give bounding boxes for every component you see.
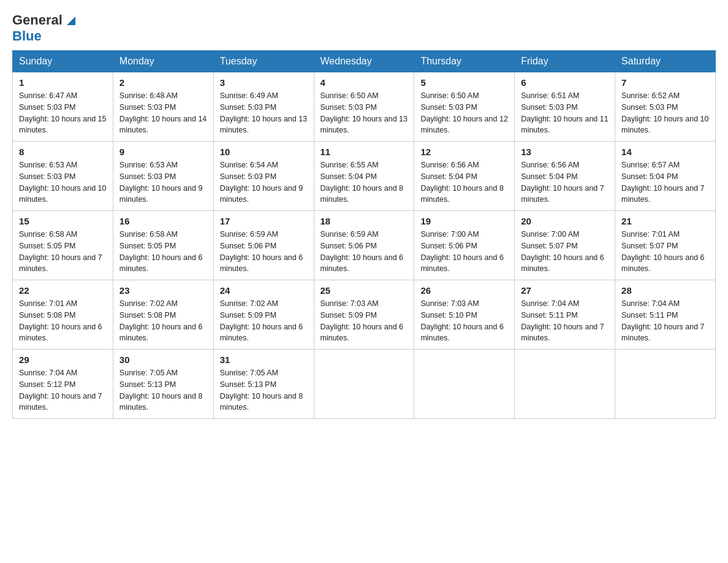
logo: General Blue [12, 12, 78, 44]
day-number: 17 [220, 216, 308, 226]
day-info: Sunrise: 6:56 AMSunset: 5:04 PMDaylight:… [420, 161, 504, 204]
day-info: Sunrise: 7:05 AMSunset: 5:13 PMDaylight:… [119, 369, 203, 412]
calendar-cell: 3 Sunrise: 6:49 AMSunset: 5:03 PMDayligh… [213, 72, 314, 142]
day-number: 9 [119, 147, 207, 157]
day-number: 15 [19, 216, 107, 226]
day-info: Sunrise: 6:47 AMSunset: 5:03 PMDaylight:… [19, 91, 106, 134]
calendar-cell: 7 Sunrise: 6:52 AMSunset: 5:03 PMDayligh… [615, 72, 716, 142]
calendar-cell: 21 Sunrise: 7:01 AMSunset: 5:07 PMDaylig… [615, 211, 716, 280]
day-info: Sunrise: 6:56 AMSunset: 5:04 PMDaylight:… [521, 161, 604, 204]
calendar-cell: 2 Sunrise: 6:48 AMSunset: 5:03 PMDayligh… [113, 72, 213, 142]
calendar-cell: 14 Sunrise: 6:57 AMSunset: 5:04 PMDaylig… [615, 142, 716, 211]
calendar-cell: 28 Sunrise: 7:04 AMSunset: 5:11 PMDaylig… [615, 280, 716, 350]
calendar-cell: 27 Sunrise: 7:04 AMSunset: 5:11 PMDaylig… [515, 280, 615, 350]
day-number: 23 [119, 285, 207, 296]
calendar-cell: 9 Sunrise: 6:53 AMSunset: 5:03 PMDayligh… [113, 142, 213, 211]
calendar-cell [515, 350, 615, 419]
day-info: Sunrise: 7:04 AMSunset: 5:11 PMDaylight:… [621, 299, 705, 342]
day-number: 25 [320, 285, 408, 296]
day-number: 21 [621, 216, 709, 226]
svg-marker-0 [67, 17, 75, 25]
calendar-cell: 30 Sunrise: 7:05 AMSunset: 5:13 PMDaylig… [113, 350, 213, 419]
calendar-cell: 10 Sunrise: 6:54 AMSunset: 5:03 PMDaylig… [213, 142, 314, 211]
header-friday: Friday [515, 51, 615, 72]
week-row-2: 8 Sunrise: 6:53 AMSunset: 5:03 PMDayligh… [13, 142, 716, 211]
calendar-cell: 8 Sunrise: 6:53 AMSunset: 5:03 PMDayligh… [13, 142, 113, 211]
day-number: 30 [119, 354, 207, 365]
day-info: Sunrise: 6:57 AMSunset: 5:04 PMDaylight:… [621, 161, 705, 204]
calendar-cell: 26 Sunrise: 7:03 AMSunset: 5:10 PMDaylig… [414, 280, 515, 350]
calendar-cell: 13 Sunrise: 6:56 AMSunset: 5:04 PMDaylig… [515, 142, 615, 211]
day-info: Sunrise: 6:55 AMSunset: 5:04 PMDaylight:… [320, 161, 404, 204]
day-info: Sunrise: 7:04 AMSunset: 5:11 PMDaylight:… [521, 299, 604, 342]
day-info: Sunrise: 7:03 AMSunset: 5:10 PMDaylight:… [420, 299, 504, 342]
calendar-table: SundayMondayTuesdayWednesdayThursdayFrid… [12, 50, 716, 419]
calendar-cell [314, 350, 414, 419]
day-info: Sunrise: 7:03 AMSunset: 5:09 PMDaylight:… [320, 299, 404, 342]
calendar-cell [414, 350, 515, 419]
day-info: Sunrise: 7:00 AMSunset: 5:07 PMDaylight:… [521, 230, 604, 273]
day-info: Sunrise: 7:05 AMSunset: 5:13 PMDaylight:… [220, 369, 303, 412]
calendar-cell: 4 Sunrise: 6:50 AMSunset: 5:03 PMDayligh… [314, 72, 414, 142]
day-info: Sunrise: 6:54 AMSunset: 5:03 PMDaylight:… [220, 161, 303, 204]
day-info: Sunrise: 7:02 AMSunset: 5:08 PMDaylight:… [119, 299, 203, 342]
day-number: 26 [420, 285, 508, 296]
header-saturday: Saturday [615, 51, 716, 72]
calendar-cell: 22 Sunrise: 7:01 AMSunset: 5:08 PMDaylig… [13, 280, 113, 350]
day-info: Sunrise: 6:49 AMSunset: 5:03 PMDaylight:… [220, 91, 307, 134]
header-tuesday: Tuesday [213, 51, 314, 72]
day-number: 20 [521, 216, 609, 226]
calendar-cell: 29 Sunrise: 7:04 AMSunset: 5:12 PMDaylig… [13, 350, 113, 419]
logo-triangle-icon [64, 14, 78, 28]
header-sunday: Sunday [13, 51, 113, 72]
header-thursday: Thursday [414, 51, 515, 72]
day-info: Sunrise: 7:04 AMSunset: 5:12 PMDaylight:… [19, 369, 102, 412]
day-number: 16 [119, 216, 207, 226]
calendar-cell: 20 Sunrise: 7:00 AMSunset: 5:07 PMDaylig… [515, 211, 615, 280]
calendar-cell: 16 Sunrise: 6:58 AMSunset: 5:05 PMDaylig… [113, 211, 213, 280]
day-number: 31 [220, 354, 308, 365]
day-number: 6 [521, 77, 609, 88]
logo-general-text: General [12, 12, 63, 28]
calendar-cell: 6 Sunrise: 6:51 AMSunset: 5:03 PMDayligh… [515, 72, 615, 142]
calendar-cell: 23 Sunrise: 7:02 AMSunset: 5:08 PMDaylig… [113, 280, 213, 350]
day-number: 11 [320, 147, 408, 157]
week-row-3: 15 Sunrise: 6:58 AMSunset: 5:05 PMDaylig… [13, 211, 716, 280]
day-number: 4 [320, 77, 408, 88]
week-row-1: 1 Sunrise: 6:47 AMSunset: 5:03 PMDayligh… [13, 72, 716, 142]
day-info: Sunrise: 6:58 AMSunset: 5:05 PMDaylight:… [119, 230, 203, 273]
day-number: 13 [521, 147, 609, 157]
day-number: 29 [19, 354, 107, 365]
calendar-cell: 19 Sunrise: 7:00 AMSunset: 5:06 PMDaylig… [414, 211, 515, 280]
calendar-cell: 12 Sunrise: 6:56 AMSunset: 5:04 PMDaylig… [414, 142, 515, 211]
day-number: 12 [420, 147, 508, 157]
calendar-cell: 17 Sunrise: 6:59 AMSunset: 5:06 PMDaylig… [213, 211, 314, 280]
day-info: Sunrise: 7:01 AMSunset: 5:08 PMDaylight:… [19, 299, 102, 342]
day-number: 5 [420, 77, 508, 88]
calendar-cell: 1 Sunrise: 6:47 AMSunset: 5:03 PMDayligh… [13, 72, 113, 142]
week-row-4: 22 Sunrise: 7:01 AMSunset: 5:08 PMDaylig… [13, 280, 716, 350]
day-info: Sunrise: 6:51 AMSunset: 5:03 PMDaylight:… [521, 91, 608, 134]
day-number: 18 [320, 216, 408, 226]
day-number: 24 [220, 285, 308, 296]
calendar-cell: 5 Sunrise: 6:50 AMSunset: 5:03 PMDayligh… [414, 72, 515, 142]
calendar-cell: 25 Sunrise: 7:03 AMSunset: 5:09 PMDaylig… [314, 280, 414, 350]
page-header: General Blue [12, 12, 716, 44]
calendar-cell: 24 Sunrise: 7:02 AMSunset: 5:09 PMDaylig… [213, 280, 314, 350]
day-info: Sunrise: 6:59 AMSunset: 5:06 PMDaylight:… [320, 230, 404, 273]
day-info: Sunrise: 6:59 AMSunset: 5:06 PMDaylight:… [220, 230, 303, 273]
day-number: 1 [19, 77, 107, 88]
day-number: 2 [119, 77, 207, 88]
day-info: Sunrise: 7:00 AMSunset: 5:06 PMDaylight:… [420, 230, 504, 273]
day-number: 22 [19, 285, 107, 296]
day-number: 19 [420, 216, 508, 226]
day-info: Sunrise: 6:50 AMSunset: 5:03 PMDaylight:… [320, 91, 408, 134]
day-number: 28 [621, 285, 709, 296]
day-info: Sunrise: 7:01 AMSunset: 5:07 PMDaylight:… [621, 230, 705, 273]
calendar-cell: 31 Sunrise: 7:05 AMSunset: 5:13 PMDaylig… [213, 350, 314, 419]
calendar-cell [615, 350, 716, 419]
logo-blue-text: Blue [12, 28, 42, 44]
day-info: Sunrise: 6:53 AMSunset: 5:03 PMDaylight:… [119, 161, 203, 204]
calendar-cell: 18 Sunrise: 6:59 AMSunset: 5:06 PMDaylig… [314, 211, 414, 280]
calendar-cell: 15 Sunrise: 6:58 AMSunset: 5:05 PMDaylig… [13, 211, 113, 280]
